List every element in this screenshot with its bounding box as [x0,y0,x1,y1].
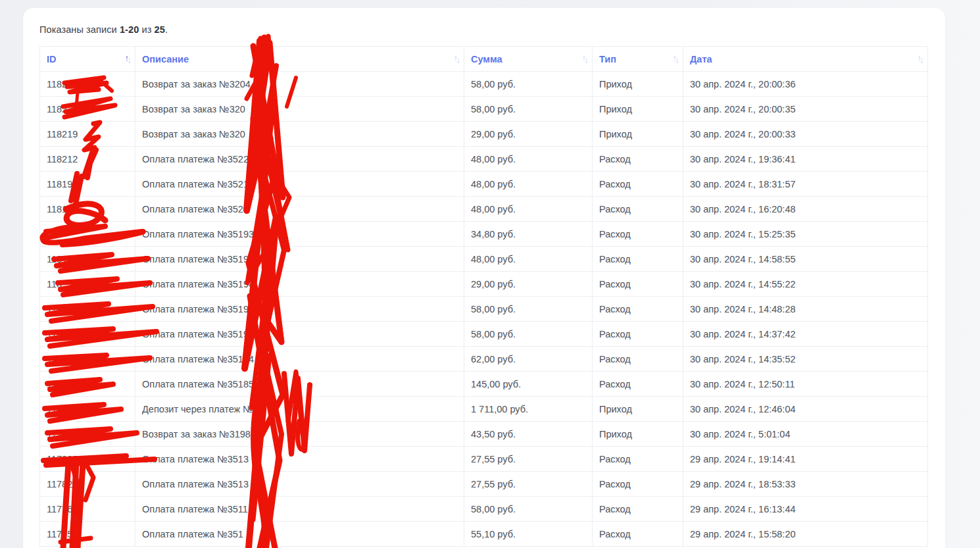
cell-amount: 58,00 руб. [464,297,593,322]
table-row[interactable]: 11775 Оплата платежа №351 55,10 руб. Рас… [40,522,928,547]
cell-amount: 48,00 руб. [464,197,593,222]
cell-id: 11782 [40,472,135,497]
sort-icon: ↑↓ [125,54,130,64]
cell-description: Оплата платежа №35194 [135,347,464,372]
cell-type: Расход [593,247,683,272]
table-row[interactable]: 118 Оплата платежа №35193 34,80 руб. Рас… [40,222,928,247]
cell-description: Оплата платежа №3520 [135,197,464,222]
cell-description: Возврат за заказ №3198 [135,422,464,447]
cell-amount: 27,55 руб. [464,472,593,497]
cell-id: 1182 [40,97,135,122]
table-row[interactable]: 11776 Оплата платежа №3511 58,00 руб. Ра… [40,497,928,522]
cell-date: 30 апр. 2024 г., 12:46:04 [683,397,928,422]
cell-amount: 145,00 руб. [464,372,593,397]
table-row[interactable]: 11782 Оплата платежа №3513 27,55 руб. Ра… [40,472,928,497]
table-row[interactable]: 1181 Оплата платежа №3520 48,00 руб. Рас… [40,197,928,222]
cell-date: 30 апр. 2024 г., 5:01:04 [683,422,928,447]
cell-amount: 48,00 руб. [464,147,593,172]
table-row[interactable]: 117935 Оплата платежа №3513 27,55 руб. Р… [40,447,928,472]
table-row[interactable]: 118 Оплата платежа №3519 58,00 руб. Расх… [40,297,928,322]
cell-type: Расход [593,172,683,197]
cell-description: Возврат за заказ №320 [135,122,464,147]
transactions-table: ID↑↓Описание↑↓Сумма↑↓Тип↑↓Дата↑↓ 1182 Во… [39,46,928,547]
cell-type: Расход [593,147,683,172]
cell-id: 118005 [40,322,135,347]
cell-date: 30 апр. 2024 г., 14:55:22 [683,272,928,297]
cell-description: Оплата платежа №35185 [135,372,464,397]
cell-description: Возврат за заказ №320 [135,97,464,122]
table-header: ID↑↓Описание↑↓Сумма↑↓Тип↑↓Дата↑↓ [40,47,928,72]
cell-amount: 43,50 руб. [464,422,593,447]
column-label: Дата [690,54,712,64]
cell-date: 30 апр. 2024 г., 19:36:41 [683,147,928,172]
table-row[interactable]: 118219 Возврат за заказ №320 29,00 руб. … [40,122,928,147]
cell-date: 29 апр. 2024 г., 19:14:41 [683,447,928,472]
cell-id: 118219 [40,122,135,147]
cell-type: Расход [593,522,683,547]
cell-date: 30 апр. 2024 г., 12:50:11 [683,372,928,397]
table-row[interactable]: 1182 Оплата платежа №35194 62,00 руб. Ра… [40,347,928,372]
table-row[interactable]: 1182 Возврат за заказ №320 58,00 руб. Пр… [40,97,928,122]
cell-description: Оплата платежа №3521 [135,172,464,197]
cell-id: 1100 [40,372,135,397]
cell-id: 1182 [40,72,135,97]
cell-id: 1181 [40,247,135,272]
table-row[interactable]: 118005 Оплата платежа №3519 58,00 руб. Р… [40,322,928,347]
cell-id: 11776 [40,497,135,522]
table-row[interactable]: 1180 Депозит через платеж № 1 711,00 руб… [40,397,928,422]
cell-type: Приход [593,422,683,447]
cell-description: Оплата платежа №3519 [135,322,464,347]
table-row[interactable]: 117 Возврат за заказ №3198 43,50 руб. Пр… [40,422,928,447]
cell-type: Приход [593,72,683,97]
cell-amount: 1 711,00 руб. [464,397,593,422]
column-header-сумма[interactable]: Сумма↑↓ [464,47,593,72]
column-header-дата[interactable]: Дата↑↓ [683,47,928,72]
cell-id: 1180 [40,397,135,422]
cell-id: 117935 [40,447,135,472]
cell-type: Расход [593,322,683,347]
cell-type: Расход [593,372,683,397]
cell-date: 30 апр. 2024 г., 15:25:35 [683,222,928,247]
column-header-id[interactable]: ID↑↓ [40,47,135,72]
cell-type: Расход [593,222,683,247]
cell-amount: 58,00 руб. [464,97,593,122]
cell-date: 30 апр. 2024 г., 14:48:28 [683,297,928,322]
table-body: 1182 Возврат за заказ №3204 58,00 руб. П… [40,72,928,547]
cell-type: Расход [593,472,683,497]
cell-amount: 58,00 руб. [464,497,593,522]
table-row[interactable]: 1181 Оплата платежа №35196 48,00 руб. Ра… [40,247,928,272]
cell-description: Оплата платежа №3522 [135,147,464,172]
cell-type: Приход [593,97,683,122]
cell-date: 30 апр. 2024 г., 20:00:36 [683,72,928,97]
cell-type: Расход [593,272,683,297]
cell-amount: 48,00 руб. [464,247,593,272]
sort-icon: ↑↓ [673,54,678,64]
summary-prefix: Показаны записи [39,24,117,35]
column-label: ID [47,54,57,64]
cell-amount: 58,00 руб. [464,322,593,347]
cell-id: 11775 [40,522,135,547]
table-row[interactable]: 1100 Оплата платежа №35185 145,00 руб. Р… [40,372,928,397]
cell-description: Оплата платежа №35196 [135,247,464,272]
table-row[interactable]: 118 Оплата платежа №35194 29,00 руб. Рас… [40,272,928,297]
table-row[interactable]: 118212 Оплата платежа №3522 48,00 руб. Р… [40,147,928,172]
cell-description: Оплата платежа №35193 [135,222,464,247]
cell-id: 118212 [40,147,135,172]
sort-icon: ↑↓ [918,54,923,64]
records-summary: Показаны записи 1-20 из 25. [39,24,927,36]
summary-total: 25 [155,24,165,35]
cell-amount: 29,00 руб. [464,272,593,297]
cell-amount: 34,80 руб. [464,222,593,247]
column-header-описание[interactable]: Описание↑↓ [135,47,464,72]
cell-date: 30 апр. 2024 г., 14:35:52 [683,347,928,372]
content-card: Показаны записи 1-20 из 25. ID↑↓Описание… [23,8,945,548]
cell-date: 30 апр. 2024 г., 18:31:57 [683,172,928,197]
table-row[interactable]: 11819 Оплата платежа №3521 48,00 руб. Ра… [40,172,928,197]
column-header-тип[interactable]: Тип↑↓ [593,47,683,72]
cell-description: Оплата платежа №3513 [135,447,464,472]
table-row[interactable]: 1182 Возврат за заказ №3204 58,00 руб. П… [40,72,928,97]
summary-period: . [165,24,168,35]
cell-date: 30 апр. 2024 г., 14:58:55 [683,247,928,272]
cell-date: 29 апр. 2024 г., 18:53:33 [683,472,928,497]
cell-amount: 27,55 руб. [464,447,593,472]
